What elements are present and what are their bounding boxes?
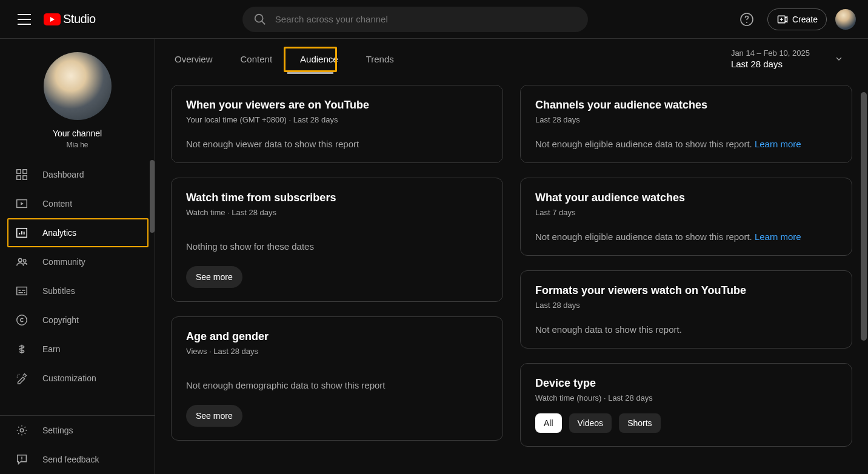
dashboard-icon (15, 168, 28, 181)
feedback-icon (15, 453, 28, 466)
svg-point-15 (21, 459, 22, 461)
card-title: When your viewers are on YouTube (186, 99, 488, 112)
channel-block[interactable]: Your channel Mia he (0, 39, 155, 160)
learn-more-link[interactable]: Learn more (755, 139, 801, 149)
device-type-chips: All Videos Shorts (535, 413, 837, 433)
date-range-label: Last 28 days (731, 59, 783, 69)
card-title: Age and gender (186, 330, 488, 343)
sidebar-item-label: Analytics (42, 228, 76, 238)
help-button[interactable] (735, 7, 759, 32)
create-icon (776, 13, 789, 25)
sidebar-item-dashboard[interactable]: Dashboard (0, 160, 155, 189)
card-subtitle: Last 28 days (535, 115, 837, 124)
sidebar-item-copyright[interactable]: Copyright (0, 305, 155, 335)
see-more-button[interactable]: See more (186, 266, 242, 288)
left-column: When your viewers are on YouTube Your lo… (171, 85, 503, 447)
account-avatar[interactable] (835, 9, 856, 30)
header: Studio Create (0, 0, 868, 39)
card-age-gender: Age and gender Views · Last 28 days Not … (171, 316, 503, 441)
channel-name: Mia he (66, 141, 88, 149)
tab-underline (287, 72, 333, 74)
card-watch-time-subscribers: Watch time from subscribers Watch time ·… (171, 178, 503, 302)
chip-all[interactable]: All (535, 413, 562, 433)
learn-more-link[interactable]: Learn more (755, 232, 801, 242)
earn-icon (15, 342, 28, 356)
sidebar-item-content[interactable]: Content (0, 189, 155, 218)
sidebar-item-earn[interactable]: Earn (0, 335, 155, 364)
svg-rect-6 (17, 176, 21, 179)
analytics-icon (15, 226, 28, 239)
sidebar-item-label: Earn (42, 344, 61, 354)
card-subtitle: Views · Last 28 days (186, 347, 488, 356)
copyright-icon (15, 313, 28, 327)
hamburger-menu-button[interactable] (12, 7, 36, 32)
svg-point-0 (255, 14, 263, 22)
card-title: Watch time from subscribers (186, 192, 488, 204)
sidebar-item-feedback[interactable]: Send feedback (0, 445, 155, 474)
sidebar-item-label: Copyright (42, 315, 79, 325)
customization-icon (15, 372, 28, 385)
search-box[interactable] (242, 7, 588, 32)
sidebar-item-subtitles[interactable]: Subtitles (0, 276, 155, 305)
sidebar-item-settings[interactable]: Settings (0, 416, 155, 445)
svg-point-11 (23, 259, 26, 262)
date-range-text: Jan 14 – Feb 10, 2025 (731, 48, 810, 58)
card-channels-audience-watches: Channels your audience watches Last 28 d… (520, 85, 852, 163)
card-title: Device type (535, 377, 837, 390)
svg-point-2 (746, 22, 747, 23)
sidebar-scrollbar[interactable] (150, 160, 155, 233)
see-more-button[interactable]: See more (186, 405, 242, 427)
card-subtitle: Watch time · Last 28 days (186, 208, 488, 217)
card-message: Not enough eligible audience data to sho… (535, 139, 837, 149)
main: Overview Content Audience Trends Jan 14 … (155, 39, 868, 474)
card-what-audience-watches: What your audience watches Last 7 days N… (520, 178, 852, 256)
sidebar-item-community[interactable]: Community (0, 247, 155, 276)
sidebar-item-label: Subtitles (42, 286, 75, 296)
studio-logo[interactable]: Studio (44, 12, 96, 26)
svg-rect-12 (17, 287, 27, 295)
chevron-down-icon (834, 54, 844, 64)
header-right: Create (735, 7, 856, 32)
svg-rect-7 (23, 176, 27, 179)
create-button[interactable]: Create (767, 8, 827, 30)
chip-videos[interactable]: Videos (569, 413, 612, 433)
tab-trends[interactable]: Trends (362, 50, 398, 68)
card-formats-viewers-watch: Formats your viewers watch on YouTube La… (520, 270, 852, 349)
card-message: Not enough demographic data to show this… (186, 380, 488, 390)
subtitles-icon (15, 284, 28, 298)
svg-rect-5 (23, 170, 27, 173)
create-label: Create (792, 15, 818, 24)
analytics-tabs: Overview Content Audience Trends (171, 50, 398, 68)
sidebar-item-customization[interactable]: Customization (0, 364, 155, 393)
main-scrollbar[interactable] (861, 92, 867, 341)
sidebar-bottom: Settings Send feedback (0, 415, 155, 474)
card-message: Not enough viewer data to show this repo… (186, 139, 488, 149)
card-subtitle: Last 28 days (535, 301, 837, 310)
card-subtitle: Last 7 days (535, 208, 837, 217)
chip-shorts[interactable]: Shorts (619, 413, 660, 433)
hamburger-icon (18, 14, 31, 25)
sidebar-item-label: Settings (42, 426, 73, 435)
logo-text: Studio (63, 12, 96, 26)
community-icon (15, 255, 28, 269)
channel-avatar (44, 52, 112, 120)
search-input[interactable] (275, 14, 577, 24)
card-msg-text: Not enough eligible audience data to sho… (535, 232, 755, 242)
content-area: When your viewers are on YouTube Your lo… (155, 79, 868, 474)
sidebar-item-label: Send feedback (42, 455, 99, 464)
tabs-row: Overview Content Audience Trends Jan 14 … (155, 39, 868, 79)
tab-content[interactable]: Content (237, 50, 276, 68)
card-viewers-on-youtube: When your viewers are on YouTube Your lo… (171, 85, 503, 163)
search-container (96, 7, 735, 32)
content-icon (15, 197, 28, 210)
tab-audience[interactable]: Audience (296, 50, 342, 68)
date-range-picker[interactable]: Jan 14 – Feb 10, 2025 Last 28 days (731, 48, 844, 69)
tab-overview[interactable]: Overview (171, 50, 216, 68)
svg-point-14 (20, 429, 24, 432)
sidebar-item-label: Community (42, 257, 85, 267)
card-subtitle: Watch time (hours) · Last 28 days (535, 393, 837, 402)
svg-point-10 (19, 259, 22, 262)
card-message: Not enough data to show this report. (535, 324, 837, 335)
sidebar-item-analytics[interactable]: Analytics (0, 218, 155, 247)
help-icon (739, 12, 754, 27)
